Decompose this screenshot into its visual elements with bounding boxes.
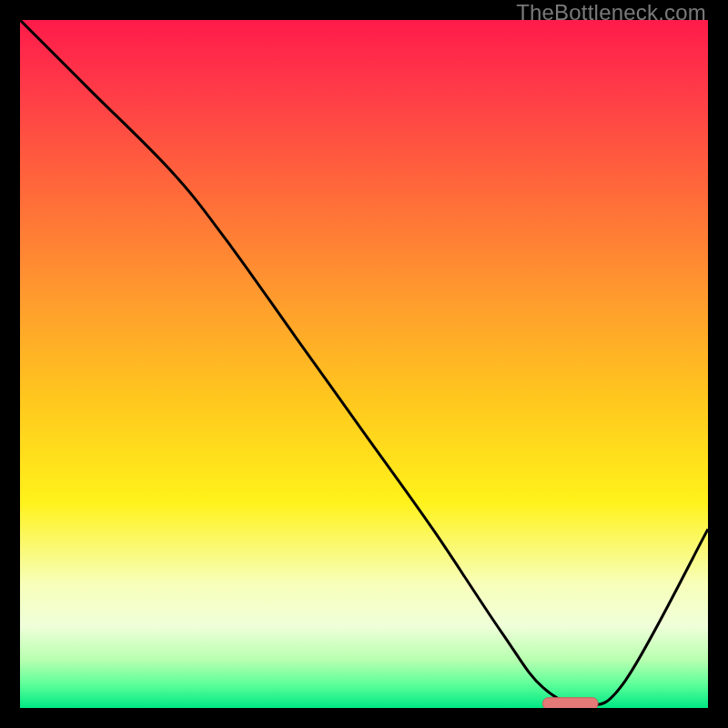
bottleneck-curve	[20, 20, 708, 704]
chart-frame	[20, 20, 708, 708]
optimal-range-marker	[543, 698, 598, 708]
plot-area	[20, 20, 708, 708]
watermark-text: TheBottleneck.com	[516, 0, 706, 25]
